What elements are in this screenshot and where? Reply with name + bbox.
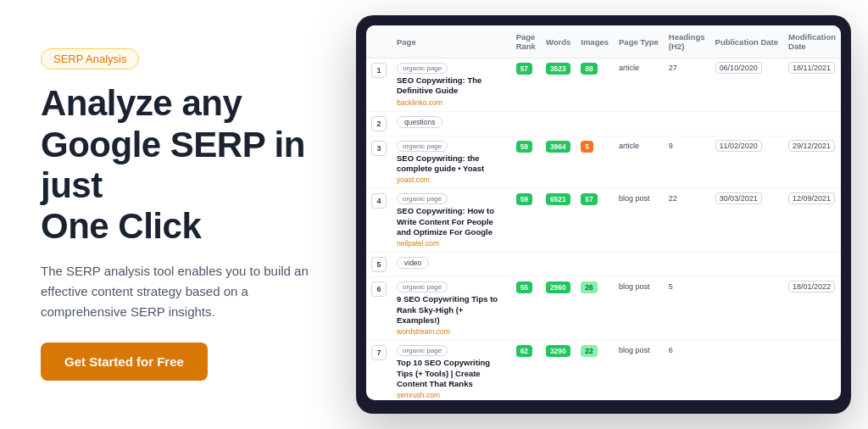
col-page-rank: PageRank	[511, 25, 541, 58]
questions-cell: questions	[392, 111, 841, 136]
table-row: 1 organic page SEO Copywriting: The Defi…	[366, 58, 841, 112]
headings-cell: 5	[664, 277, 710, 341]
col-mod-date: ModificationDate	[783, 25, 841, 58]
col-pub-date: Publication Date	[710, 25, 783, 58]
mod-date-cell: 18/11/2021	[783, 58, 841, 112]
get-started-button[interactable]: Get Started for Free	[41, 343, 208, 381]
rank-cell: 5	[366, 253, 392, 277]
mod-date-cell	[783, 341, 841, 400]
serp-analysis-badge: SERP Analysis	[41, 48, 139, 70]
images-cell: 57	[576, 189, 614, 253]
subtext: The SERP analysis tool enables you to bu…	[41, 261, 312, 322]
tablet-inner: Page PageRank Words Images Page Type Hea…	[366, 25, 841, 400]
images-cell: 26	[576, 277, 614, 341]
rank-cell: 3	[366, 136, 392, 189]
right-panel: Page PageRank Words Images Page Type Hea…	[356, 0, 868, 429]
page-cell: organic page Top 10 SEO Copywriting Tips…	[392, 341, 511, 400]
left-panel: SERP Analysis Analyze any Google SERP in…	[0, 14, 356, 414]
words-cell: 6521	[541, 189, 576, 253]
images-cell: 22	[576, 341, 614, 400]
col-rank	[366, 25, 392, 58]
headings-cell: 22	[664, 189, 710, 253]
headline: Analyze any Google SERP in just One Clic…	[41, 83, 322, 247]
table-row: 2 questions	[366, 111, 841, 136]
headings-cell: 9	[664, 136, 710, 189]
page-cell: organic page SEO Copywriting: the comple…	[392, 136, 511, 189]
rank-cell: 1	[366, 58, 392, 112]
col-page-type: Page Type	[614, 25, 664, 58]
page-rank-cell: 57	[511, 58, 541, 112]
pub-date-cell: 11/02/2020	[710, 136, 783, 189]
page-rank-cell: 55	[511, 277, 541, 341]
tablet-frame: Page PageRank Words Images Page Type Hea…	[356, 15, 851, 414]
page-cell: organic page SEO Copywriting: How to Wri…	[392, 189, 511, 253]
words-cell: 3290	[541, 341, 576, 400]
words-cell: 2960	[541, 277, 576, 341]
pub-date-cell: 30/03/2021	[710, 189, 783, 253]
images-cell: 88	[576, 58, 614, 112]
page-type-cell: blog post	[614, 189, 664, 253]
table-row: 6 organic page 9 SEO Copywriting Tips to…	[366, 277, 841, 341]
words-cell: 3523	[541, 58, 576, 112]
table-row: 3 organic page SEO Copywriting: the comp…	[366, 136, 841, 189]
mod-date-cell: 12/09/2021	[783, 189, 841, 253]
page-type-cell: article	[614, 58, 664, 112]
col-page: Page	[392, 25, 511, 58]
page-type-cell: article	[614, 136, 664, 189]
serp-table: Page PageRank Words Images Page Type Hea…	[366, 25, 841, 400]
page-wrapper: SERP Analysis Analyze any Google SERP in…	[0, 0, 868, 429]
mod-date-cell: 18/01/2022	[783, 277, 841, 341]
page-type-cell: blog post	[614, 277, 664, 341]
col-headings: Headings(H2)	[664, 25, 710, 58]
headings-cell: 6	[664, 341, 710, 400]
video-cell: video	[392, 253, 841, 277]
col-images: Images	[576, 25, 614, 58]
col-words: Words	[541, 25, 576, 58]
page-cell: organic page 9 SEO Copywriting Tips to R…	[392, 277, 511, 341]
pub-date-cell: 06/10/2020	[710, 58, 783, 112]
table-row: 5 video	[366, 253, 841, 277]
rank-cell: 4	[366, 189, 392, 253]
pub-date-cell	[710, 341, 783, 400]
mod-date-cell: 29/12/2021	[783, 136, 841, 189]
table-row: 7 organic page Top 10 SEO Copywriting Ti…	[366, 341, 841, 400]
page-type-cell: blog post	[614, 341, 664, 400]
images-cell: 5	[576, 136, 614, 189]
rank-cell: 6	[366, 277, 392, 341]
rank-cell: 7	[366, 341, 392, 400]
pub-date-cell	[710, 277, 783, 341]
headings-cell: 27	[664, 58, 710, 112]
page-rank-cell: 59	[511, 136, 541, 189]
page-cell: organic page SEO Copywriting: The Defini…	[392, 58, 511, 112]
table-container: Page PageRank Words Images Page Type Hea…	[366, 25, 841, 400]
words-cell: 3964	[541, 136, 576, 189]
page-rank-cell: 59	[511, 189, 541, 253]
rank-cell: 2	[366, 111, 392, 136]
page-rank-cell: 62	[511, 341, 541, 400]
table-header-row: Page PageRank Words Images Page Type Hea…	[366, 25, 841, 58]
table-row: 4 organic page SEO Copywriting: How to W…	[366, 189, 841, 253]
